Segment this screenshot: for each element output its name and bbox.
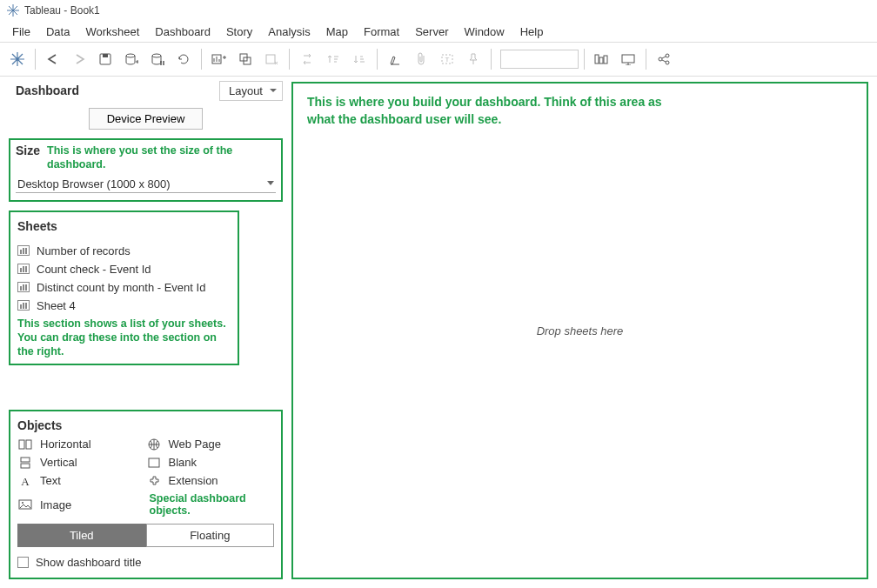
- svg-point-16: [666, 61, 669, 64]
- sheet-item[interactable]: Number of records: [17, 242, 231, 260]
- show-title-label: Show dashboard title: [36, 556, 141, 569]
- menu-file[interactable]: File: [5, 23, 37, 40]
- object-webpage[interactable]: Web Page: [146, 438, 275, 451]
- svg-point-14: [659, 57, 662, 61]
- sheets-label: Sheets: [17, 219, 231, 233]
- save-icon[interactable]: [93, 47, 117, 71]
- show-me-icon[interactable]: [590, 47, 614, 71]
- attach-icon[interactable]: [409, 47, 433, 71]
- menu-dashboard[interactable]: Dashboard: [148, 23, 218, 40]
- menu-help[interactable]: Help: [513, 23, 551, 40]
- svg-rect-1: [103, 54, 108, 57]
- pause-data-icon[interactable]: [145, 47, 170, 71]
- object-text[interactable]: AText: [17, 474, 146, 487]
- size-dropdown[interactable]: Desktop Browser (1000 x 800): [16, 176, 276, 193]
- tableau-icon[interactable]: [5, 47, 30, 71]
- horizontal-icon: [17, 438, 33, 451]
- menu-analysis[interactable]: Analysis: [261, 23, 317, 40]
- window-title: Tableau - Book1: [24, 4, 100, 17]
- svg-rect-11: [599, 57, 603, 63]
- sheet-item[interactable]: Count check - Event Id: [17, 260, 231, 278]
- image-icon: [17, 498, 33, 511]
- swap-icon[interactable]: [295, 47, 319, 71]
- svg-rect-12: [604, 56, 607, 63]
- sheets-annotation: This section shows a list of your sheets…: [17, 317, 231, 359]
- svg-rect-22: [149, 458, 159, 467]
- canvas-annotation: This is where you build your dashboard. …: [307, 94, 690, 128]
- device-preview-button[interactable]: Device Preview: [89, 108, 204, 130]
- worksheet-icon: [17, 245, 30, 256]
- menu-story[interactable]: Story: [219, 23, 259, 40]
- menubar: File Data Worksheet Dashboard Story Anal…: [0, 21, 877, 42]
- svg-rect-18: [26, 440, 31, 449]
- object-vertical[interactable]: Vertical: [17, 456, 146, 469]
- tiled-floating-toggle: Tiled Floating: [17, 524, 274, 547]
- menu-map[interactable]: Map: [319, 23, 355, 40]
- text-icon[interactable]: T: [435, 47, 459, 71]
- sort-asc-icon[interactable]: [321, 47, 345, 71]
- svg-rect-7: [266, 55, 275, 63]
- floating-button[interactable]: Floating: [146, 524, 275, 547]
- layout-dropdown[interactable]: Layout: [219, 81, 283, 101]
- worksheet-icon: [17, 282, 30, 292]
- sheets-section: Sheets Number of records Count check - E…: [9, 210, 239, 366]
- objects-section: Objects Horizontal Web Page Vertical Bla…: [9, 410, 283, 579]
- titlebar: Tableau - Book1: [0, 0, 877, 21]
- forward-icon[interactable]: [67, 47, 91, 71]
- worksheet-icon: [17, 300, 30, 311]
- svg-text:T: T: [445, 56, 450, 63]
- object-horizontal[interactable]: Horizontal: [17, 438, 146, 451]
- duplicate-icon[interactable]: [233, 47, 258, 71]
- objects-annotation: Special dashboard objects.: [146, 492, 275, 517]
- tableau-logo-icon: [7, 4, 19, 17]
- svg-rect-17: [19, 440, 24, 449]
- dashboard-canvas[interactable]: This is where you build your dashboard. …: [291, 82, 868, 579]
- back-icon[interactable]: [41, 47, 65, 71]
- tiled-button[interactable]: Tiled: [17, 524, 146, 547]
- fit-dropdown[interactable]: [500, 50, 579, 69]
- extension-icon: [146, 475, 162, 487]
- show-dashboard-title-row[interactable]: Show dashboard title: [17, 556, 274, 569]
- svg-point-25: [22, 502, 23, 504]
- toolbar: T: [0, 42, 877, 77]
- menu-server[interactable]: Server: [408, 23, 455, 40]
- size-section: Size This is where you set the size of t…: [9, 138, 283, 202]
- sheet-item[interactable]: Distinct count by month - Event Id: [17, 278, 231, 297]
- object-image[interactable]: Image: [17, 492, 146, 517]
- sort-desc-icon[interactable]: [347, 47, 372, 71]
- svg-point-15: [666, 54, 669, 57]
- menu-window[interactable]: Window: [457, 23, 511, 40]
- globe-icon: [146, 438, 162, 451]
- svg-point-3: [152, 54, 161, 57]
- object-blank[interactable]: Blank: [146, 456, 275, 469]
- svg-text:A: A: [21, 475, 30, 487]
- svg-point-2: [126, 54, 135, 57]
- checkbox-icon[interactable]: [17, 557, 29, 568]
- vertical-icon: [17, 457, 33, 469]
- menu-worksheet[interactable]: Worksheet: [78, 23, 146, 40]
- refresh-icon[interactable]: [171, 47, 196, 71]
- blank-icon: [146, 457, 162, 469]
- dashboard-sidebar: Dashboard Layout Device Preview Size Thi…: [0, 77, 291, 588]
- svg-rect-10: [595, 55, 599, 63]
- drop-placeholder: Drop sheets here: [293, 324, 867, 337]
- clear-icon[interactable]: [259, 47, 284, 71]
- share-icon[interactable]: [652, 47, 676, 71]
- text-a-icon: A: [17, 475, 33, 487]
- svg-rect-13: [622, 55, 634, 63]
- new-data-icon[interactable]: [119, 47, 144, 71]
- highlight-icon[interactable]: [383, 47, 407, 71]
- menu-format[interactable]: Format: [357, 23, 406, 40]
- size-label: Size: [16, 144, 40, 157]
- tab-dashboard[interactable]: Dashboard: [9, 80, 86, 101]
- object-extension[interactable]: Extension: [146, 474, 275, 487]
- presentation-icon[interactable]: [616, 47, 640, 71]
- new-worksheet-icon[interactable]: [207, 47, 231, 71]
- worksheet-icon: [17, 264, 30, 274]
- svg-rect-21: [21, 464, 30, 468]
- menu-data[interactable]: Data: [39, 23, 77, 40]
- svg-rect-20: [21, 458, 30, 462]
- sheet-item[interactable]: Sheet 4: [17, 297, 231, 315]
- objects-label: Objects: [17, 418, 274, 432]
- pin-icon[interactable]: [461, 47, 485, 71]
